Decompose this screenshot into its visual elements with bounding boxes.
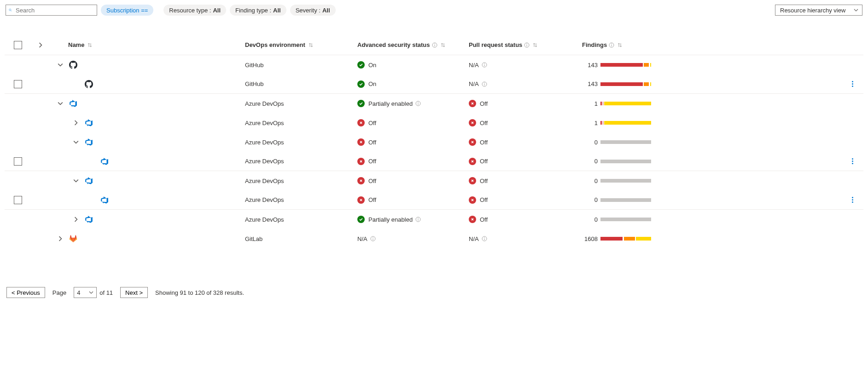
- table-row[interactable]: Azure DevOpsOffOff0: [5, 132, 863, 152]
- chevron-down-icon: [89, 290, 93, 295]
- status-label: Off: [480, 139, 488, 146]
- expand-toggle[interactable]: [56, 235, 64, 243]
- table-row[interactable]: GitLabN/AN/A1608: [5, 229, 863, 248]
- filter-severity[interactable]: Severity : All: [290, 5, 336, 16]
- filter-bar: Subscription == Resource type : All Find…: [5, 5, 863, 17]
- row-menu-button[interactable]: [848, 195, 857, 205]
- findings-bar: [600, 63, 651, 67]
- info-icon[interactable]: [432, 42, 437, 48]
- findings-bar: [600, 160, 651, 163]
- table-row[interactable]: Azure DevOpsPartially enabledOff0: [5, 210, 863, 229]
- info-icon[interactable]: [609, 42, 614, 48]
- expand-toggle[interactable]: [56, 99, 64, 108]
- table-row[interactable]: GitHubOnN/A143: [5, 75, 863, 94]
- sort-icon: [308, 42, 314, 48]
- filter-resource-type[interactable]: Resource type : All: [163, 5, 226, 16]
- col-env[interactable]: DevOps environment: [245, 41, 305, 48]
- view-select-label: Resource hierarchy view: [780, 7, 845, 14]
- findings-cell: 0: [582, 196, 651, 203]
- expand-toggle[interactable]: [72, 138, 80, 146]
- findings-count: 0: [582, 158, 598, 165]
- env-label: GitHub: [245, 62, 263, 69]
- row-checkbox[interactable]: [14, 157, 22, 166]
- view-select[interactable]: Resource hierarchy view: [775, 5, 862, 16]
- env-label: Azure DevOps: [245, 196, 284, 203]
- expand-toggle[interactable]: [72, 177, 80, 185]
- status-dot: [469, 138, 476, 146]
- findings-count: 143: [582, 80, 598, 87]
- env-label: Azure DevOps: [245, 139, 284, 146]
- findings-bar: [600, 140, 651, 144]
- sort-icon: [87, 42, 93, 48]
- azure-devops-icon: [85, 119, 93, 127]
- table-row[interactable]: Azure DevOpsOffOff1: [5, 113, 863, 132]
- expand-toggle[interactable]: [56, 61, 64, 69]
- azure-devops-icon: [85, 215, 93, 224]
- select-all-checkbox[interactable]: [14, 41, 22, 49]
- svg-point-7: [527, 43, 528, 44]
- row-checkbox[interactable]: [14, 80, 22, 88]
- filter-subscription[interactable]: Subscription ==: [101, 5, 153, 16]
- table-row[interactable]: Azure DevOpsOffOff0: [5, 152, 863, 171]
- col-findings[interactable]: Findings: [582, 41, 607, 48]
- table-header: Name DevOps environment Advanced securit…: [5, 35, 863, 55]
- row-checkbox[interactable]: [14, 196, 22, 204]
- page-of: of 11: [99, 289, 113, 296]
- expand-toggle[interactable]: [72, 215, 80, 224]
- findings-bar: [600, 102, 651, 105]
- status-dot: [469, 177, 476, 184]
- svg-line-1: [11, 11, 12, 11]
- col-pr[interactable]: Pull request status: [469, 41, 522, 48]
- findings-bar: [600, 218, 651, 221]
- page-select[interactable]: 4: [74, 287, 97, 298]
- status-label: On: [368, 80, 376, 87]
- findings-count: 1608: [582, 235, 598, 242]
- findings-cell: 1608: [582, 235, 651, 242]
- status-label: Off: [368, 178, 376, 184]
- svg-point-0: [9, 9, 11, 11]
- chevron-down-icon: [854, 8, 858, 12]
- status-dot: [469, 100, 476, 107]
- table-body: GitHubOnN/A143GitHubOnN/A143Azure DevOps…: [5, 55, 863, 248]
- col-adv[interactable]: Advanced security status: [357, 41, 430, 48]
- results-table: Name DevOps environment Advanced securit…: [5, 35, 863, 259]
- svg-point-25: [373, 237, 373, 238]
- row-menu-button[interactable]: [848, 157, 857, 166]
- info-icon[interactable]: [524, 42, 530, 48]
- filter-finding-type-label: Finding type :: [235, 7, 271, 14]
- status-label: Off: [480, 158, 488, 165]
- status-label: Off: [480, 196, 488, 203]
- findings-cell: 0: [582, 158, 651, 165]
- table-row[interactable]: Azure DevOpsPartially enabledOff1: [5, 94, 863, 113]
- status-label: Partially enabled: [368, 216, 413, 223]
- findings-cell: 0: [582, 178, 651, 184]
- col-name[interactable]: Name: [68, 41, 84, 48]
- table-row[interactable]: GitHubOnN/A143: [5, 55, 863, 75]
- table-row[interactable]: Azure DevOpsOffOff0: [5, 171, 863, 190]
- table-row[interactable]: Azure DevOpsOffOff0: [5, 190, 863, 210]
- azure-devops-icon: [100, 157, 109, 166]
- row-menu-button[interactable]: [848, 80, 857, 89]
- expand-all-toggle[interactable]: [36, 41, 45, 49]
- previous-button[interactable]: < Previous: [6, 287, 45, 298]
- expand-toggle[interactable]: [72, 119, 80, 127]
- filter-finding-type[interactable]: Finding type : All: [230, 5, 286, 16]
- status-dot: [469, 196, 476, 204]
- status-label: Off: [368, 158, 376, 165]
- status-label: Off: [480, 178, 488, 184]
- github-icon: [69, 61, 77, 69]
- search-input[interactable]: [15, 6, 94, 14]
- findings-count: 1: [582, 100, 598, 107]
- svg-point-22: [418, 218, 419, 219]
- search-input-container[interactable]: [6, 5, 97, 16]
- status-label: Off: [480, 100, 488, 107]
- status-label: Off: [368, 120, 376, 126]
- sort-icon: [532, 42, 538, 48]
- status-label: Off: [368, 196, 376, 203]
- filter-severity-value: All: [322, 7, 330, 14]
- svg-point-19: [418, 102, 419, 103]
- next-button[interactable]: Next >: [120, 287, 148, 298]
- filter-subscription-label: Subscription ==: [106, 7, 148, 14]
- findings-cell: 1: [582, 120, 651, 126]
- status-dot: [357, 177, 365, 184]
